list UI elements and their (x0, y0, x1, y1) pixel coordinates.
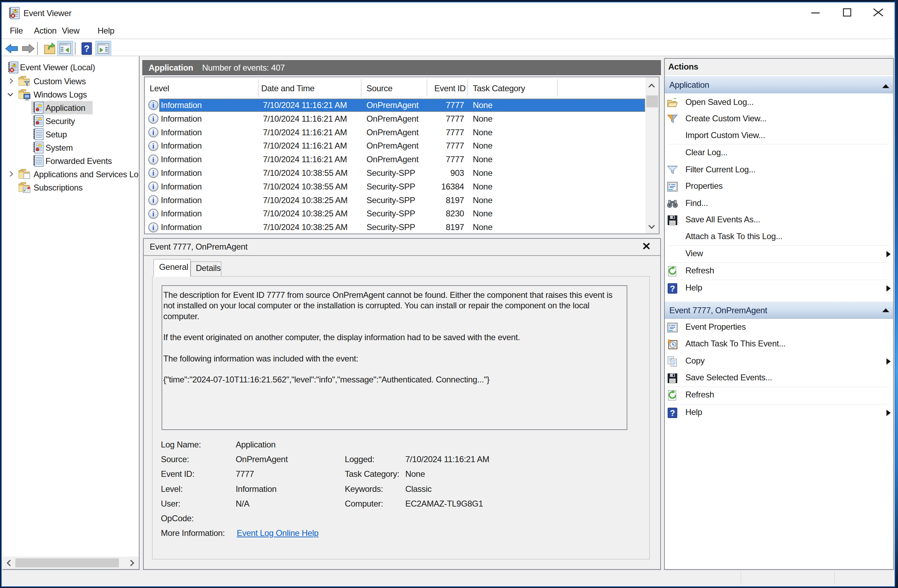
svg-text:?: ? (670, 408, 675, 418)
svg-text:?: ? (84, 43, 89, 54)
svg-text:?: ? (670, 284, 675, 293)
